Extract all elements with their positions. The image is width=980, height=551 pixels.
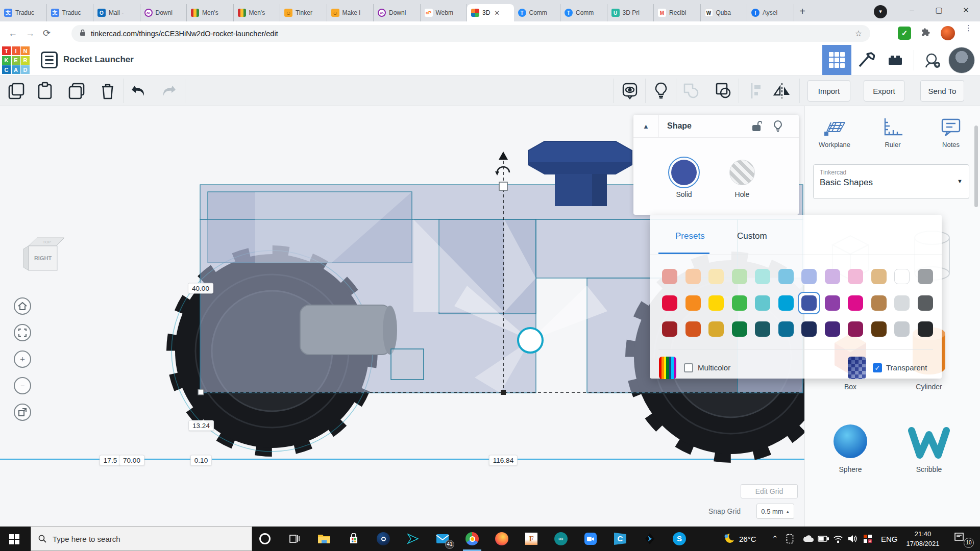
export-button[interactable]: Export xyxy=(864,80,904,102)
browser-tab-3[interactable]: OMail - xyxy=(93,4,140,21)
color-swatch-0c6e96[interactable] xyxy=(778,321,794,337)
firefox-taskbar-icon[interactable] xyxy=(494,531,510,547)
blocks-mode-icon[interactable] xyxy=(856,51,875,69)
redo-icon[interactable] xyxy=(159,82,178,100)
task-view-taskbar-icon[interactable] xyxy=(286,531,303,547)
color-swatch-f8cba6[interactable] xyxy=(685,269,701,284)
sidebar-scrollbar[interactable] xyxy=(974,126,978,207)
color-swatch-f68b1e[interactable] xyxy=(685,295,701,311)
close-button[interactable]: ✕ xyxy=(952,0,979,20)
solid-material-swatch[interactable] xyxy=(671,160,697,185)
color-swatch-cfb2e5[interactable] xyxy=(825,269,840,284)
color-swatch-1e2c59[interactable] xyxy=(801,321,817,337)
snap-grid-dropdown[interactable]: 0.5 mm▲ xyxy=(756,504,794,519)
onedrive-tray-icon[interactable] xyxy=(802,527,814,551)
undo-icon[interactable] xyxy=(130,82,148,100)
phone-tray-icon[interactable] xyxy=(786,527,794,551)
cortana-taskbar-icon[interactable] xyxy=(257,531,273,547)
tab-custom[interactable]: Custom xyxy=(737,231,767,241)
color-swatch-d4551e[interactable] xyxy=(685,321,701,337)
color-swatch-8e1a5a[interactable] xyxy=(848,321,863,337)
lock-icon[interactable] xyxy=(752,120,762,134)
dimension-label[interactable]: 70.00 xyxy=(119,455,144,466)
color-swatch-c6cbd0[interactable] xyxy=(894,321,910,337)
color-swatch-1b5a64[interactable] xyxy=(755,321,770,337)
predator-sense-taskbar-icon[interactable] xyxy=(642,531,658,547)
color-swatch-e8a09a[interactable] xyxy=(662,269,677,284)
browser-tab-9[interactable]: ∞Downl xyxy=(374,4,421,21)
ruler-tool[interactable]: Ruler xyxy=(867,117,918,148)
predator-taskbar-icon[interactable] xyxy=(405,531,421,547)
mirror-icon[interactable] xyxy=(773,82,791,100)
view-cube[interactable]: RIGHT TOP xyxy=(21,234,65,276)
browser-tab-1[interactable]: 文Traduc xyxy=(0,4,47,21)
color-swatch-0d7a3f[interactable] xyxy=(732,321,747,337)
edit-3d-mode-button[interactable] xyxy=(822,45,851,75)
color-swatch-9c2026[interactable] xyxy=(662,321,677,337)
browser-tab-8[interactable]: ☺Make i xyxy=(327,4,374,21)
file-explorer-taskbar-icon[interactable] xyxy=(316,531,332,547)
address-bar[interactable]: tinkercad.com/things/cCE3HiNw2dO-rocket-… xyxy=(71,25,870,42)
language-indicator[interactable]: ENG xyxy=(881,527,898,551)
chrome-taskbar-icon[interactable] xyxy=(464,531,480,547)
color-swatch-00a2d9[interactable] xyxy=(778,295,794,311)
dimension-label[interactable]: 40.00 xyxy=(188,283,213,294)
tab-search-button[interactable]: ▾ xyxy=(874,5,887,18)
skype-taskbar-icon[interactable]: S xyxy=(671,531,688,547)
forward-button[interactable]: → xyxy=(26,28,35,39)
duplicate-icon[interactable] xyxy=(67,82,86,100)
extensions-puzzle-icon[interactable] xyxy=(921,28,930,39)
color-swatch-e30c3e[interactable] xyxy=(662,295,677,311)
zoom-in-button[interactable]: ＋ xyxy=(14,350,31,368)
steam-taskbar-icon[interactable] xyxy=(375,531,391,547)
shape-library-dropdown[interactable]: Tinkercad Basic Shapes ▼ xyxy=(813,164,969,199)
minimize-button[interactable]: – xyxy=(898,0,925,20)
color-swatch-9b9fa3[interactable] xyxy=(918,269,933,284)
clock[interactable]: 21:40 17/08/2021 xyxy=(899,529,946,548)
ungroup-icon[interactable] xyxy=(714,82,732,100)
hide-shape-bulb-icon[interactable] xyxy=(773,120,782,134)
notification-center-icon[interactable] xyxy=(953,532,965,544)
switch-workplane-button[interactable] xyxy=(14,404,31,421)
notes-tool[interactable]: Notes xyxy=(925,117,976,148)
dimension-label[interactable]: 13.24 xyxy=(188,420,214,431)
battery-tray-icon[interactable] xyxy=(818,527,829,551)
color-swatch-63c7cf[interactable] xyxy=(755,295,770,311)
color-swatch-3f55a4[interactable] xyxy=(801,295,817,311)
extension-check-icon[interactable]: ✓ xyxy=(898,27,911,40)
bricks-mode-icon[interactable] xyxy=(886,51,904,69)
design-menu-icon[interactable] xyxy=(41,52,58,68)
color-swatch-abe6e2[interactable] xyxy=(755,269,770,284)
start-button[interactable] xyxy=(9,534,19,544)
color-swatch-dd0d8c[interactable] xyxy=(848,295,863,311)
color-swatch-b5834d[interactable] xyxy=(871,295,887,311)
transparent-checkbox[interactable]: ✓ xyxy=(873,363,882,372)
color-swatch-bce3b5[interactable] xyxy=(732,269,747,284)
color-swatch-d8a92d[interactable] xyxy=(708,321,724,337)
fit-view-button[interactable] xyxy=(14,324,31,341)
copy-icon[interactable] xyxy=(7,82,26,100)
reload-button[interactable]: ⟳ xyxy=(43,28,51,39)
browser-tab-14[interactable]: U3D Pri xyxy=(607,4,654,21)
browser-menu-icon[interactable]: ⋮ xyxy=(965,26,970,30)
color-swatch-5e390f[interactable] xyxy=(871,321,887,337)
bookmark-star-icon[interactable]: ☆ xyxy=(855,29,862,38)
taskbar-search[interactable]: Type here to search xyxy=(31,527,252,551)
import-button[interactable]: Import xyxy=(807,80,850,102)
dimension-label[interactable]: 0.10 xyxy=(190,455,212,466)
edit-grid-button[interactable]: Edit Grid xyxy=(741,484,798,498)
color-swatch-a9b9ea[interactable] xyxy=(801,269,817,284)
dimension-label[interactable]: 17.5 xyxy=(100,455,121,466)
back-button[interactable]: ← xyxy=(8,28,17,39)
transparent-swatch[interactable] xyxy=(848,357,866,379)
mail-taskbar-icon[interactable]: 41 xyxy=(434,531,451,547)
wifi-tray-icon[interactable] xyxy=(833,527,843,551)
color-swatch-e0ba85[interactable] xyxy=(871,269,887,284)
browser-tab-12[interactable]: TComm xyxy=(514,4,561,21)
zoom-app-taskbar-icon[interactable] xyxy=(582,531,599,547)
browser-tab-17[interactable]: fAysel xyxy=(747,4,794,21)
browser-tab-10[interactable]: cPWebm xyxy=(421,4,468,21)
browser-profile-avatar[interactable] xyxy=(941,26,955,40)
tab-close-icon[interactable]: ✕ xyxy=(494,9,500,17)
color-swatch-595d60[interactable] xyxy=(918,295,933,311)
